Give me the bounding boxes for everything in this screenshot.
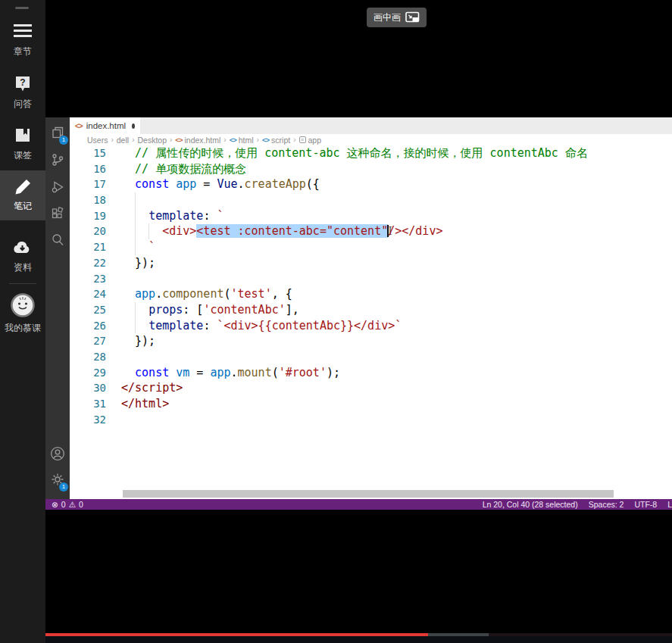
sidebar-item-notes[interactable]: 笔记: [0, 170, 45, 220]
eol-setting[interactable]: L: [667, 500, 672, 509]
breadcrumb-item[interactable]: <> index.html: [175, 136, 220, 145]
breadcrumb-separator: ›: [111, 136, 113, 144]
line-number: 20: [70, 223, 106, 239]
tab-index-html[interactable]: <> index.html: [70, 117, 140, 134]
menu-icon: [0, 23, 45, 43]
breadcrumb-item[interactable]: ≡ app: [299, 136, 322, 145]
sidebar-divider: [9, 283, 36, 284]
indent-guide: [135, 318, 136, 334]
line-number: 27: [70, 333, 106, 349]
code-line[interactable]: 28: [70, 349, 672, 365]
line-number: 25: [70, 302, 106, 318]
indent-guide: [135, 192, 136, 208]
indent-guide: [135, 208, 136, 224]
sidebar-item-chapters[interactable]: 章节: [0, 21, 45, 58]
explorer-badge: 1: [59, 136, 68, 145]
line-number: 17: [70, 176, 106, 192]
extensions-icon[interactable]: [45, 201, 70, 226]
line-number: 15: [70, 145, 106, 161]
account-icon[interactable]: [45, 442, 70, 466]
book-icon: [0, 127, 45, 147]
sidebar-item-qa[interactable]: ? 问答: [0, 74, 45, 111]
search-icon[interactable]: [45, 228, 70, 252]
code-line[interactable]: 22 });: [70, 255, 672, 271]
code-line[interactable]: 21 `: [70, 239, 672, 255]
horizontal-scrollbar: [121, 490, 672, 498]
line-number: 26: [70, 318, 106, 334]
line-number: 28: [70, 349, 106, 365]
indent-guide: [135, 223, 136, 239]
sidebar-item-my-imooc[interactable]: 我的慕课: [0, 292, 45, 335]
breadcrumb-item[interactable]: Users: [87, 136, 108, 145]
encoding-setting[interactable]: UTF-8: [634, 500, 657, 509]
cloud-download-icon: [0, 239, 45, 259]
settings-gear-icon[interactable]: 1: [45, 467, 70, 492]
code-line[interactable]: 29 const vm = app.mount('#root');: [70, 365, 672, 381]
code-line[interactable]: 31</html>: [70, 396, 672, 412]
error-icon: ⊗: [52, 500, 58, 509]
line-number: 32: [70, 412, 106, 428]
code-line[interactable]: 25 props: ['contentAbc'],: [70, 302, 672, 318]
pencil-icon: [0, 178, 45, 198]
vscode-window: 1: [45, 117, 672, 510]
line-number: 22: [70, 255, 106, 271]
explorer-icon[interactable]: 1: [45, 120, 70, 145]
code-line[interactable]: 16 // 单项数据流的概念: [70, 161, 672, 177]
sidebar-item-label: 我的慕课: [0, 322, 45, 335]
run-debug-icon[interactable]: [45, 175, 70, 199]
horizontal-scrollbar-thumb[interactable]: [123, 490, 614, 498]
breadcrumb-item[interactable]: Desktop: [137, 136, 167, 145]
code-line[interactable]: 26 template: `<div>{{contentAbc}}</div>`: [70, 318, 672, 334]
warning-count: 0: [79, 500, 83, 509]
code-line[interactable]: 20 <div><test :content-abc="content"I/><…: [70, 223, 672, 239]
breadcrumb-item[interactable]: <> script: [262, 136, 290, 145]
sidebar-item-materials[interactable]: 资料: [0, 238, 45, 274]
breadcrumb-separator: ›: [170, 136, 172, 144]
indentation-setting[interactable]: Spaces: 2: [589, 500, 624, 509]
line-number: 23: [70, 271, 106, 287]
sidebar-item-label: 问答: [0, 98, 45, 111]
modified-dot-icon[interactable]: [132, 123, 135, 129]
html-file-icon: <>: [175, 136, 182, 144]
tab-bar: <> index.html: [70, 117, 672, 134]
code-line[interactable]: 18: [70, 192, 672, 208]
symbol-element-icon: <>: [262, 136, 269, 144]
breadcrumb-separator: ›: [293, 136, 295, 144]
code-line[interactable]: 32: [70, 412, 672, 428]
question-bookmark-icon: ?: [0, 76, 45, 95]
code-editor[interactable]: 15 // 属性传的时候，使用 content-abc 这种命名，接的时候，使用…: [70, 145, 672, 490]
player-bottom-strip: [45, 636, 672, 643]
code-line[interactable]: 24 app.component('test', {: [70, 286, 672, 302]
code-line[interactable]: 15 // 属性传的时候，使用 content-abc 这种命名，接的时候，使用…: [70, 145, 672, 161]
breadcrumb-separator: ›: [223, 136, 226, 144]
breadcrumb-separator: ›: [257, 136, 259, 144]
line-number: 30: [70, 380, 106, 396]
video-lesson-page: 章节 ? 问答 课签: [0, 0, 672, 643]
picture-in-picture-button[interactable]: 画中画: [367, 8, 427, 27]
cursor-position[interactable]: Ln 20, Col 40 (28 selected): [483, 500, 578, 509]
sidebar-item-bookmarks[interactable]: 课签: [0, 126, 45, 162]
code-line[interactable]: 17 const app = Vue.createApp({: [70, 176, 672, 192]
avatar-icon: [0, 292, 45, 320]
problems-indicator[interactable]: ⊗ 0 ⚠ 0: [52, 500, 83, 509]
indent-guide: [135, 239, 136, 255]
breadcrumb: Users › dell › Desktop › <> index.html ›…: [70, 134, 672, 145]
sidebar-handle: [15, 7, 29, 9]
html-file-icon: <>: [75, 122, 83, 130]
code-line[interactable]: 30</script>: [70, 380, 672, 396]
line-number: 24: [70, 286, 106, 302]
breadcrumb-item[interactable]: <> html: [230, 136, 254, 145]
symbol-element-icon: <>: [230, 136, 236, 144]
line-number: 29: [70, 365, 106, 381]
breadcrumb-separator: ›: [132, 136, 134, 144]
code-line[interactable]: 19 template: `: [70, 208, 672, 224]
breadcrumb-item[interactable]: dell: [117, 136, 129, 145]
warning-icon: ⚠: [69, 500, 76, 509]
source-control-icon[interactable]: [45, 148, 70, 172]
tab-name: index.html: [86, 121, 126, 130]
line-number: 21: [70, 239, 106, 255]
code-line[interactable]: 23: [70, 271, 672, 287]
sidebar-item-label: 章节: [0, 45, 45, 58]
video-player[interactable]: 画中画 1: [45, 0, 672, 643]
code-line[interactable]: 27 });: [70, 333, 672, 349]
